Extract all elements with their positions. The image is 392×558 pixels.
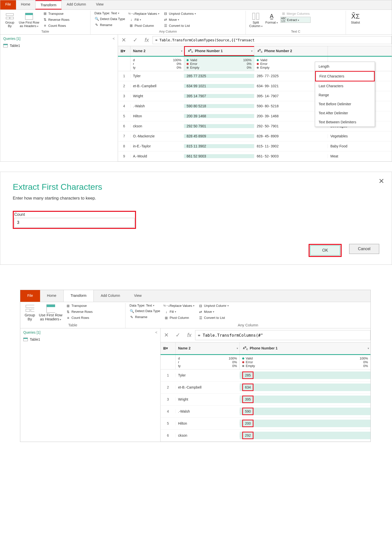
menu-text-after-delimiter[interactable]: Text After Delimiter: [315, 109, 375, 118]
cell-phone2[interactable]: 661- 52- 9003: [254, 154, 328, 158]
convert-to-list-button[interactable]: ☰Convert to List: [162, 23, 197, 28]
use-first-row-button[interactable]: Use First Row as Headers: [37, 303, 64, 322]
table-row[interactable]: 9A.-Mould661 52 9003661- 52- 9003Meat: [118, 151, 392, 161]
cell-name[interactable]: Wright: [176, 397, 240, 401]
split-column-button[interactable]: Split Column: [248, 11, 264, 29]
replace-values-button[interactable]: ½→₂Replace Values: [128, 11, 160, 16]
formula-input[interactable]: [153, 36, 392, 44]
cell-phone1[interactable]: 395: [240, 396, 370, 403]
cell-name[interactable]: et-B.-Campbell: [176, 385, 240, 389]
cell-name[interactable]: A.-Mould: [130, 154, 184, 158]
tab-transform[interactable]: Transform: [63, 290, 94, 302]
row-selector-header[interactable]: ⊞▾: [161, 342, 176, 354]
cell-phone1[interactable]: 285 77 2325: [184, 74, 254, 78]
cell-name[interactable]: Wright: [130, 94, 184, 98]
cell-phone1[interactable]: 292 50 7901: [184, 124, 254, 128]
tab-view[interactable]: View: [127, 290, 149, 302]
cell-phone1[interactable]: 200 39 1468: [184, 114, 254, 118]
replace-values-button[interactable]: ½→₂Replace Values: [163, 303, 195, 309]
menu-first-characters[interactable]: First Characters: [315, 71, 375, 81]
count-input[interactable]: [14, 218, 135, 227]
tab-file[interactable]: File: [20, 290, 40, 302]
formula-input[interactable]: [195, 330, 370, 340]
menu-text-between-delimiters[interactable]: Text Between Delimiters: [315, 118, 375, 127]
table-row[interactable]: 4.-Walsh590: [161, 406, 370, 418]
data-type-button[interactable]: Data Type: Text: [93, 11, 126, 16]
fill-button[interactable]: ↓Fill: [163, 309, 195, 315]
extract-button[interactable]: ABC123Extract: [280, 17, 311, 23]
tab-view[interactable]: View: [91, 0, 108, 10]
merge-columns-button[interactable]: ⊞Merge Columns: [280, 11, 311, 16]
cell-name[interactable]: ckson: [130, 124, 184, 128]
rename-button[interactable]: ✎Rename: [93, 22, 126, 28]
tab-home[interactable]: Home: [40, 290, 63, 302]
cell-phone1[interactable]: 634 99 1021: [184, 84, 254, 88]
row-selector-header[interactable]: ⊞▾: [118, 46, 130, 56]
rename-button[interactable]: ✎Rename: [128, 314, 161, 320]
tab-add-column[interactable]: Add Column: [62, 0, 91, 10]
query-table1[interactable]: Table1: [3, 44, 115, 48]
cell-phone1[interactable]: 828 45 8909: [184, 134, 254, 138]
menu-range[interactable]: Range: [315, 90, 375, 100]
menu-text-before-delimiter[interactable]: Text Before Delimiter: [315, 100, 375, 109]
statistics-button[interactable]: X̄Σ Statist: [348, 11, 363, 33]
col-header-category[interactable]: [328, 46, 380, 56]
group-by-button[interactable]: Group By: [22, 303, 37, 322]
count-rows-button[interactable]: ≡Count Rows: [65, 315, 94, 321]
use-first-row-button[interactable]: Use First Row as Headers: [17, 11, 41, 29]
pivot-column-button[interactable]: ⊞Pivot Column: [163, 315, 195, 321]
cell-name[interactable]: Tyler: [176, 373, 240, 377]
move-button[interactable]: ⇄Move: [197, 309, 230, 315]
accept-formula-button[interactable]: ✓: [129, 34, 141, 46]
close-icon[interactable]: ✕: [378, 177, 384, 185]
transpose-button[interactable]: ⊞Transpose: [42, 11, 71, 16]
table-row[interactable]: 6ckson292: [161, 430, 370, 442]
convert-to-list-button[interactable]: ☰Convert to List: [197, 315, 230, 321]
cancel-formula-button[interactable]: ✕: [161, 329, 172, 341]
pivot-column-button[interactable]: ⊞Pivot Column: [128, 23, 160, 28]
menu-last-characters[interactable]: Last Characters: [315, 81, 375, 90]
tab-add-column[interactable]: Add Column: [94, 290, 127, 302]
cell-name[interactable]: .-Walsh: [130, 104, 184, 108]
col-header-phone1[interactable]: ABCPhone Number 1▾: [184, 46, 254, 56]
chevron-down-icon[interactable]: ▾: [368, 347, 369, 350]
col-header-name2[interactable]: Name 2▾: [176, 342, 240, 354]
cell-name[interactable]: Hilton: [176, 421, 240, 425]
query-table1[interactable]: Table1: [23, 337, 157, 341]
cell-phone1[interactable]: 200: [240, 420, 370, 427]
cell-name[interactable]: ckson: [176, 433, 240, 437]
table-row[interactable]: 1Tyler285: [161, 369, 370, 382]
count-rows-button[interactable]: ≡Count Rows: [42, 23, 71, 28]
cell-phone1[interactable]: 661 52 9003: [184, 154, 254, 158]
table-row[interactable]: 5Hilton200: [161, 418, 370, 430]
table-row[interactable]: 8in-E.-Taylor815 11 3902815- 11- 3902Bab…: [118, 141, 392, 151]
detect-data-type-button[interactable]: 🔍Detect Data Type: [93, 16, 126, 22]
cell-category[interactable]: Baby Food: [328, 144, 380, 148]
col-header-name2[interactable]: Name 2▾: [130, 46, 184, 56]
cell-phone1[interactable]: 395 14 7907: [184, 94, 254, 98]
cell-phone1[interactable]: 815 11 3902: [184, 144, 254, 148]
cell-name[interactable]: Tyler: [130, 74, 184, 78]
collapse-icon[interactable]: <: [155, 330, 157, 334]
chevron-down-icon[interactable]: ▾: [181, 50, 182, 52]
menu-length[interactable]: Length: [315, 62, 375, 71]
group-by-button[interactable]: Group By: [2, 11, 17, 29]
table-row[interactable]: 2et-B.-Campbell634: [161, 382, 370, 394]
cell-phone1[interactable]: 590: [240, 408, 370, 415]
transpose-button[interactable]: ⊞Transpose: [65, 303, 94, 309]
cell-phone1[interactable]: 285: [240, 371, 370, 379]
tab-home[interactable]: Home: [16, 0, 35, 10]
tab-file[interactable]: File: [0, 0, 16, 10]
detect-data-type-button[interactable]: 🔍Detect Data Type: [128, 308, 161, 314]
cell-name[interactable]: et-B.-Campbell: [130, 84, 184, 88]
ok-button[interactable]: OK: [310, 245, 340, 255]
data-type-button[interactable]: Data Type: Text: [128, 303, 161, 308]
cell-phone2[interactable]: 815- 11- 3902: [254, 144, 328, 148]
collapse-icon[interactable]: <: [113, 37, 115, 41]
format-button[interactable]: A̲ Format: [264, 11, 279, 29]
cell-name[interactable]: in-E.-Taylor: [130, 144, 184, 148]
table-row[interactable]: 3Wright395: [161, 394, 370, 406]
chevron-down-icon[interactable]: ▾: [251, 50, 252, 52]
cell-name[interactable]: O.-Mackenzie: [130, 134, 184, 138]
unpivot-button[interactable]: ⊟Unpivot Columns: [162, 11, 197, 16]
